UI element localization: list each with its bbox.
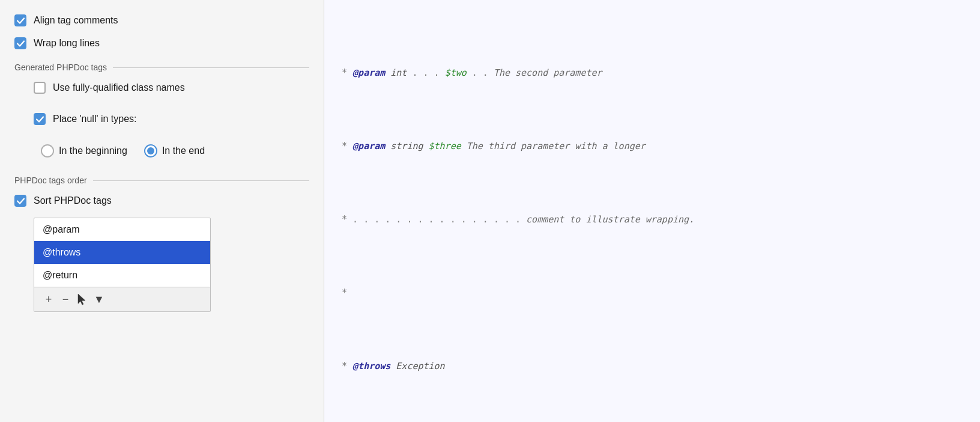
wrap-long-lines-checkbox[interactable]: [14, 37, 26, 49]
generated-phpdoc-section-header: Generated PHPDoc tags: [14, 63, 309, 72]
section-divider-2: [93, 180, 309, 181]
svg-marker-0: [78, 294, 85, 305]
align-tag-comments-label: Align tag comments: [34, 15, 118, 26]
wrap-long-lines-row: Wrap long lines: [14, 37, 309, 49]
code-line-param-three: * @param string $three The third paramet…: [336, 138, 968, 154]
align-tag-comments-checkbox[interactable]: [14, 14, 26, 26]
radio-option-end[interactable]: In the end: [144, 144, 205, 157]
sort-phpdoc-label: Sort PHPDoc tags: [34, 195, 112, 206]
radio-beginning-button[interactable]: [41, 144, 54, 157]
code-line-param-two: * @param int . . . $two . . The second p…: [336, 65, 968, 81]
phpdoc-order-header: PHPDoc tags order: [14, 176, 309, 185]
use-fully-qualified-label: Use fully-qualified class names: [53, 82, 185, 93]
remove-tag-button[interactable]: −: [57, 291, 74, 308]
phpdoc-order-section: PHPDoc tags order Sort PHPDoc tags @para…: [14, 165, 309, 312]
generated-phpdoc-options: Use fully-qualified class names Place 'n…: [14, 82, 309, 157]
tag-list-container: @param @throws @return + − ▼: [34, 218, 211, 312]
place-null-row: Place 'null' in types:: [34, 113, 309, 125]
radio-end-indicator: [147, 147, 154, 154]
add-tag-button[interactable]: +: [40, 291, 57, 308]
sort-phpdoc-checkbox[interactable]: [14, 195, 26, 207]
radio-end-button[interactable]: [144, 144, 157, 157]
phpdoc-order-label: PHPDoc tags order: [14, 176, 87, 185]
checkmark-icon: [17, 40, 25, 47]
radio-beginning-label: In the beginning: [59, 145, 127, 156]
tag-item-throws[interactable]: @throws: [34, 241, 210, 264]
align-tag-comments-row: Align tag comments: [14, 14, 309, 26]
code-line-throws: * @throws Exception: [336, 358, 968, 374]
tag-toolbar: + − ▼: [34, 287, 210, 311]
radio-option-beginning[interactable]: In the beginning: [41, 144, 127, 157]
tag-item-return[interactable]: @return: [34, 264, 210, 287]
code-area: * @param int . . . $two . . The second p…: [324, 5, 980, 422]
section-divider: [113, 67, 309, 68]
tag-list: @param @throws @return: [34, 218, 210, 287]
radio-end-label: In the end: [162, 145, 205, 156]
place-null-checkbox[interactable]: [34, 113, 46, 125]
move-down-button[interactable]: ▼: [91, 291, 107, 308]
place-null-label: Place 'null' in types:: [53, 114, 137, 124]
left-panel: Align tag comments Wrap long lines Gener…: [0, 0, 324, 422]
tag-item-param[interactable]: @param: [34, 218, 210, 241]
null-position-radio-group: In the beginning In the end: [34, 144, 309, 157]
code-preview-panel: * @param int . . . $two . . The second p…: [324, 0, 980, 422]
cursor-icon: [74, 291, 91, 308]
checkmark-icon: [17, 17, 25, 25]
checkmark-icon: [36, 115, 44, 123]
generated-phpdoc-label: Generated PHPDoc tags: [14, 63, 107, 72]
code-line-continuation: * . . . . . . . . . . . . . . . . commen…: [336, 212, 968, 227]
use-fully-qualified-checkbox[interactable]: [34, 82, 46, 94]
sort-phpdoc-row: Sort PHPDoc tags: [14, 195, 309, 207]
code-line-blank-comment: *: [336, 285, 968, 301]
checkmark-icon: [17, 197, 25, 205]
use-fully-qualified-row: Use fully-qualified class names: [34, 82, 309, 94]
wrap-long-lines-label: Wrap long lines: [34, 38, 100, 49]
